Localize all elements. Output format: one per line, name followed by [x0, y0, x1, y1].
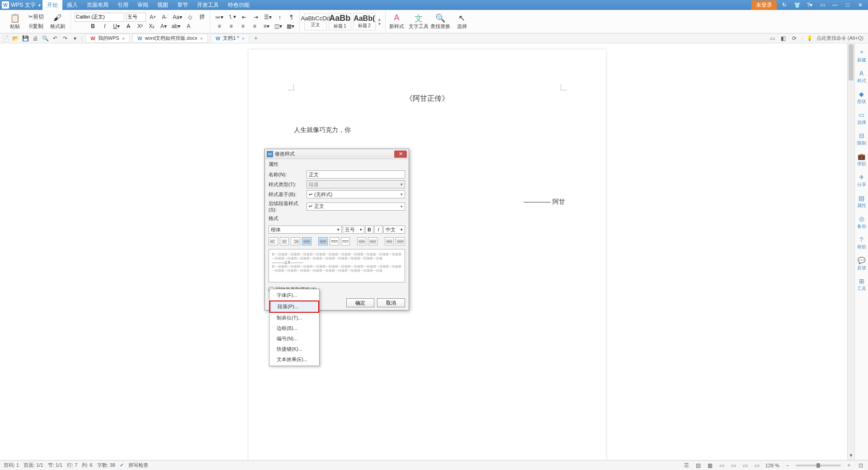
follow-field[interactable]: ↵ 正文▾ — [307, 202, 405, 211]
dlg-para-before[interactable] — [385, 237, 394, 245]
dlg-spacing-2[interactable] — [330, 237, 339, 245]
sort-button[interactable]: ↕ — [275, 13, 285, 22]
menu-item-texteffect[interactable]: 文本效果(E)... — [269, 354, 319, 365]
menu-tab-review[interactable]: 审阅 — [133, 0, 153, 10]
dlg-font-select[interactable]: 楷体▾ — [269, 226, 342, 234]
strike-button[interactable]: A̶ — [123, 22, 133, 31]
font-color-button[interactable]: A▾ — [159, 22, 169, 31]
scroll-thumb[interactable] — [849, 44, 854, 80]
menu-tab-layout[interactable]: 页面布局 — [82, 0, 113, 10]
style-heading1[interactable]: AaBb标题 1 — [329, 13, 351, 30]
qa-dropdown-icon[interactable]: ▾ — [71, 35, 79, 42]
ribbon-toggle-icon[interactable]: ▭ — [817, 2, 827, 8]
maximize-button[interactable]: □ — [843, 2, 853, 8]
status-pageno[interactable]: 页码: 1 — [4, 462, 19, 469]
show-marks-button[interactable]: ¶ — [287, 13, 297, 22]
phonetic-guide-button[interactable]: 拼 — [197, 13, 207, 22]
dlg-size-select[interactable]: 五号▾ — [343, 226, 364, 234]
skin-icon[interactable]: 👕 — [792, 2, 802, 8]
fit-page-icon[interactable]: ⊡ — [857, 462, 864, 469]
app-menu-dropdown-icon[interactable]: ▾ — [38, 3, 41, 8]
style-normal[interactable]: AaBbCcDd正文 — [304, 13, 327, 30]
align-left-button[interactable]: ≡ — [214, 22, 224, 31]
font-name-select[interactable] — [75, 13, 124, 22]
menu-item-paragraph[interactable]: 段落(P)... — [269, 301, 319, 313]
dlg-italic-button[interactable]: I — [374, 226, 382, 234]
dlg-para-after[interactable] — [396, 237, 405, 245]
decrease-indent-button[interactable]: ⇤ — [239, 13, 249, 22]
doc-tab-howto[interactable]: Wword文档如何排版.docx× — [132, 34, 208, 43]
format-painter-button[interactable]: 🖌格式刷 — [47, 11, 68, 32]
view-mode-2-icon[interactable]: ▤ — [695, 462, 702, 469]
sp-backup[interactable]: ◎备份 — [857, 215, 866, 230]
qa-mode1-icon[interactable]: ▭ — [769, 35, 776, 42]
menu-item-shortcut[interactable]: 快捷键(K)... — [269, 344, 319, 354]
qa-undo-icon[interactable]: ↶ — [52, 35, 59, 42]
clear-format-button[interactable]: ◇ — [185, 13, 195, 22]
close-icon[interactable]: × — [200, 36, 203, 41]
bold-button[interactable]: B — [88, 22, 98, 31]
dialog-titlebar[interactable]: W 修改样式 ✕ — [265, 149, 409, 159]
align-right-button[interactable]: ≡ — [238, 22, 248, 31]
qa-preview-icon[interactable]: 🔍 — [42, 35, 49, 42]
dlg-align-left[interactable] — [269, 237, 278, 245]
qa-mode3-icon[interactable]: ⟳ — [791, 35, 798, 42]
doc-tab-mywps[interactable]: W我的WPS× — [85, 34, 130, 43]
qa-save-icon[interactable]: 💾 — [22, 35, 29, 42]
close-icon[interactable]: × — [242, 36, 245, 41]
align-justify-button[interactable]: ≡ — [250, 22, 259, 31]
menu-item-numbering[interactable]: 编号(N)... — [269, 334, 319, 344]
vertical-scrollbar[interactable]: ▲ ▼ — [847, 43, 854, 460]
sp-help[interactable]: ?帮助 — [857, 236, 866, 250]
status-page[interactable]: 页面: 1/1 — [24, 462, 43, 469]
status-spell[interactable]: 拼写检查 — [128, 462, 148, 469]
zoom-knob[interactable] — [816, 463, 820, 468]
menu-item-tabs[interactable]: 制表位(T)... — [269, 313, 319, 323]
sp-feedback[interactable]: 💬反馈 — [857, 257, 866, 271]
view-print-icon[interactable]: ▭ — [718, 462, 726, 469]
qa-new-icon[interactable]: 📄 — [2, 35, 9, 42]
increase-indent-button[interactable]: ⇥ — [251, 13, 261, 22]
sync-icon[interactable]: ↻ — [779, 2, 789, 8]
zoom-value[interactable]: 129 % — [765, 463, 779, 468]
dlg-bold-button[interactable]: B — [365, 226, 373, 234]
dialog-close-button[interactable]: ✕ — [394, 150, 407, 158]
numbering-button[interactable]: ⒈▾ — [226, 13, 237, 22]
new-tab-button[interactable]: ＋ — [252, 35, 259, 42]
paste-button[interactable]: 📋粘贴 — [5, 11, 25, 32]
minimize-button[interactable]: — — [830, 2, 840, 8]
dlg-lang-select[interactable]: 中文▾ — [383, 226, 405, 234]
underline-button[interactable]: U▾ — [112, 22, 122, 31]
login-button[interactable]: 未登录 — [751, 0, 777, 10]
copy-button[interactable]: ⎘ 复制 — [27, 22, 45, 31]
scroll-down-icon[interactable]: ▼ — [848, 453, 854, 460]
help-icon[interactable]: ?▾ — [805, 2, 815, 8]
cut-button[interactable]: ✂ 剪切 — [27, 12, 45, 21]
menu-tab-view[interactable]: 视图 — [153, 0, 173, 10]
highlight-button[interactable]: ab▾ — [170, 22, 182, 31]
increase-font-button[interactable]: A+ — [148, 13, 158, 22]
view-mode-3-icon[interactable]: ▦ — [707, 462, 714, 469]
status-section[interactable]: 节: 1/1 — [48, 462, 62, 469]
name-field[interactable]: 正文 — [307, 170, 405, 179]
dlg-align-right[interactable] — [291, 237, 300, 245]
font-size-select[interactable] — [126, 13, 146, 22]
ok-button[interactable]: 确定 — [346, 298, 374, 307]
menu-tab-reference[interactable]: 引用 — [113, 0, 133, 10]
line-spacing-button[interactable]: ☰▾ — [263, 13, 273, 22]
view-read-icon[interactable]: ▭ — [754, 462, 761, 469]
sp-share[interactable]: ✈分享 — [857, 174, 866, 188]
select-button[interactable]: ↖选择 — [452, 11, 472, 32]
dlg-spacing-1[interactable] — [318, 237, 328, 245]
borders-button[interactable]: ▦▾ — [285, 22, 296, 31]
menu-tab-special[interactable]: 特色功能 — [223, 0, 254, 10]
char-border-button[interactable]: A — [184, 22, 193, 31]
close-icon[interactable]: × — [122, 36, 125, 41]
dlg-indent-inc[interactable] — [368, 237, 377, 245]
shading-button[interactable]: ◫▾ — [273, 22, 283, 31]
align-center-button[interactable]: ≡ — [226, 22, 236, 31]
style-scroll[interactable]: ▲▼ — [377, 17, 382, 26]
sp-tools[interactable]: ⊞工具 — [857, 277, 866, 292]
new-style-button[interactable]: A新样式 — [387, 11, 407, 32]
zoom-in-button[interactable]: ＋ — [845, 462, 853, 469]
